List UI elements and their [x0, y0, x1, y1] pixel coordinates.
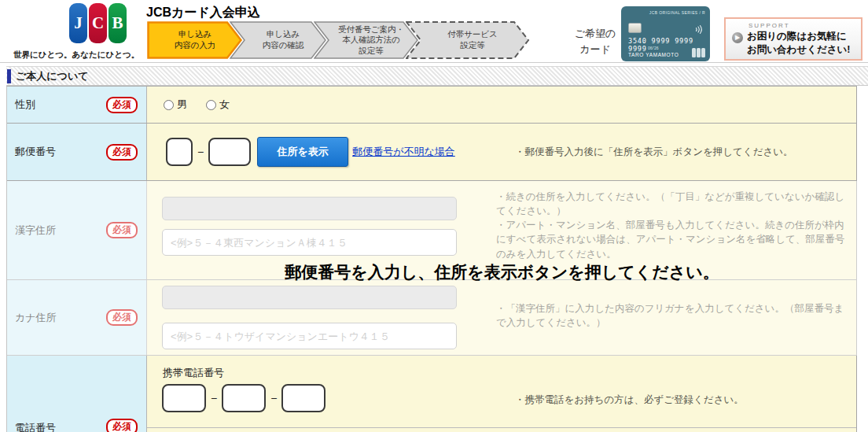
- support-banner[interactable]: SUPPORT ▶ お困りの際はお気軽に お問い合わせください!: [724, 17, 862, 61]
- address-section-dim-overlay: 郵便番号を入力し、住所を表示ボタンを押してください。: [7, 181, 857, 356]
- gender-option-male[interactable]: 男: [164, 98, 187, 112]
- phone-label-cell: 電話番号 必須: [7, 356, 147, 432]
- postal-label-cell: 郵便番号 必須: [7, 124, 147, 180]
- jcb-logo: J C B: [69, 3, 127, 43]
- phone-content-cell: 携帯電話番号 − − ・携帯電話をお持ちの方は、必ずご登録ください。: [147, 356, 856, 432]
- jcb-application-page: J C B 世界にひとつ。あなたにひとつ。 JCBカード入会申込 申し込み 内容…: [0, 0, 868, 432]
- jcb-logo-stripe-green: B: [108, 3, 127, 43]
- section-header: ご本人について: [6, 66, 868, 86]
- step-reception-number: 受付番号ご案内・ 本人確認方法の 設定等: [314, 21, 419, 59]
- mobile-phone-input-2[interactable]: [222, 384, 266, 412]
- card-preview-image: JCB ORIGINAL SERIES / R 3540 9999 9999 9…: [621, 6, 710, 61]
- play-circle-icon: ▶: [732, 32, 743, 43]
- step-optional-services: 付帯サービス 設定等: [406, 21, 530, 59]
- card-good-thru-text: 06/'26: [648, 46, 658, 50]
- progress-steps: 申し込み 内容の入力 申し込み 内容の確認 受付番号ご案内・ 本人確認方法の 設…: [147, 21, 530, 59]
- overlay-instruction: 郵便番号を入力し、住所を表示ボタンを押してください。: [147, 261, 857, 283]
- gender-label-cell: 性別 必須: [7, 87, 147, 123]
- step-application-input: 申し込み 内容の入力: [147, 21, 243, 59]
- section-accent-bar: [7, 69, 11, 83]
- postal-label: 郵便番号: [15, 145, 56, 159]
- postal-separator: −: [197, 146, 204, 158]
- section-title: ご本人について: [16, 69, 89, 83]
- card-holder-text: TARO YAMAMOTO: [628, 52, 679, 57]
- postal-unknown-link[interactable]: 郵便番号が不明な場合: [352, 145, 455, 159]
- step-application-confirm: 申し込み 内容の確認: [230, 21, 327, 59]
- mobile-phone-input-3[interactable]: [281, 384, 326, 412]
- support-message: お困りの際はお気軽に お問い合わせください!: [747, 30, 851, 57]
- mobile-phone-label: 携帯電話番号: [163, 366, 224, 380]
- gender-option-female[interactable]: 女: [206, 98, 230, 112]
- postal-note: ・郵便番号入力後に「住所を表示」ボタンを押してください。: [515, 145, 845, 159]
- row-postal-code: 郵便番号 必須 − 住所を表示 郵便番号が不明な場合 ・郵便番号入力後に「住所を…: [7, 124, 856, 181]
- header: J C B 世界にひとつ。あなたにひとつ。 JCBカード入会申込 申し込み 内容…: [0, 0, 868, 63]
- gender-label: 性別: [15, 98, 35, 112]
- desired-card-label: ご希望の カード: [571, 26, 620, 57]
- required-badge: 必須: [106, 419, 138, 432]
- required-badge: 必須: [106, 97, 138, 113]
- support-eyebrow: SUPPORT: [748, 22, 855, 29]
- mobile-phone-input-1[interactable]: [162, 384, 206, 412]
- postal-content-cell: − 住所を表示 郵便番号が不明な場合 ・郵便番号入力後に「住所を表示」ボタンを押…: [147, 124, 856, 180]
- postal-code-input-1[interactable]: [166, 138, 193, 166]
- postal-code-input-2[interactable]: [208, 138, 251, 166]
- brand-tagline: 世界にひとつ。あなたにひとつ。: [13, 50, 139, 61]
- jcb-logo-stripe-blue: J: [69, 3, 87, 43]
- required-badge: 必須: [106, 144, 138, 161]
- row-phone: 電話番号 必須 携帯電話番号 − − ・携帯電話をお持ちの方は、必ずご登録くださ…: [7, 356, 856, 432]
- show-address-button[interactable]: 住所を表示: [257, 137, 348, 167]
- phone-note: ・携帯電話をお持ちの方は、必ずご登録ください。: [515, 393, 744, 407]
- phone-label: 電話番号: [15, 421, 56, 432]
- radio-female-icon[interactable]: [206, 100, 216, 110]
- contactless-icon: [694, 24, 704, 38]
- gender-content-cell: 男 女: [147, 87, 856, 123]
- card-jcb-emblem: [692, 48, 705, 57]
- jcb-logo-stripe-red: C: [89, 3, 107, 43]
- page-title: JCBカード入会申込: [146, 5, 260, 21]
- card-chip: [628, 23, 642, 33]
- radio-male-icon[interactable]: [164, 100, 174, 110]
- card-series-text: JCB ORIGINAL SERIES / R: [649, 10, 705, 15]
- phone-subrow-divider: [147, 427, 856, 428]
- row-gender: 性別 必須 男 女: [7, 87, 856, 124]
